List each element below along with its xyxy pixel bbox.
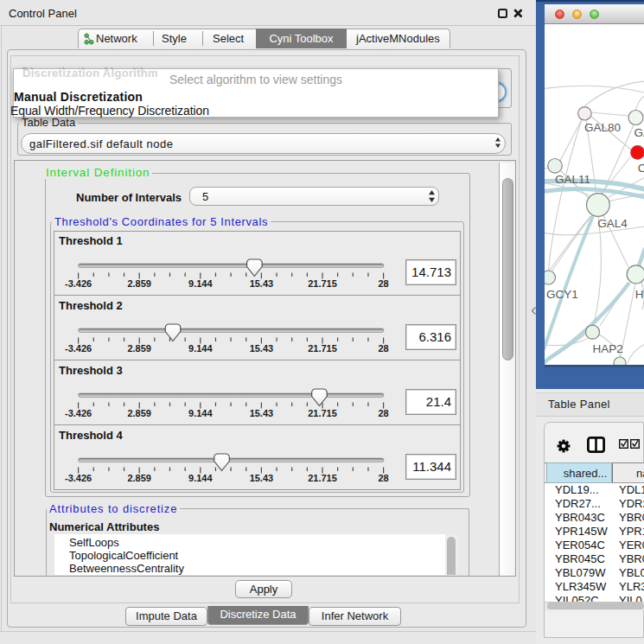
svg-text:-3.426: -3.426 (65, 343, 92, 354)
svg-text:HAP2: HAP2 (593, 342, 623, 355)
svg-text:15.43: 15.43 (250, 408, 274, 418)
svg-text:21.715: 21.715 (308, 343, 337, 354)
svg-text:28: 28 (378, 408, 388, 418)
svg-text:28: 28 (378, 278, 388, 289)
svg-text:15.43: 15.43 (250, 343, 274, 354)
svg-text:9.144: 9.144 (188, 343, 213, 354)
svg-text:GAL4: GAL4 (597, 217, 628, 230)
svg-text:-3.426: -3.426 (65, 473, 92, 483)
svg-text:C: C (638, 162, 644, 175)
svg-text:GA: GA (634, 126, 644, 139)
svg-text:2.859: 2.859 (127, 408, 151, 418)
svg-text:-3.426: -3.426 (65, 278, 92, 289)
svg-text:GAL80: GAL80 (584, 121, 621, 134)
svg-text:21.715: 21.715 (308, 408, 337, 418)
svg-text:21.715: 21.715 (308, 278, 337, 289)
svg-text:2.859: 2.859 (127, 473, 151, 483)
svg-text:2.859: 2.859 (127, 343, 151, 354)
svg-text:GCY1: GCY1 (546, 288, 578, 301)
svg-text:GAL11: GAL11 (555, 173, 590, 186)
svg-text:9.144: 9.144 (188, 408, 213, 418)
svg-text:-3.426: -3.426 (65, 408, 92, 418)
svg-text:9.144: 9.144 (188, 278, 213, 289)
svg-text:H: H (635, 288, 644, 301)
svg-text:15.43: 15.43 (250, 473, 274, 483)
svg-text:28: 28 (378, 343, 388, 354)
svg-text:9.144: 9.144 (188, 473, 213, 483)
svg-text:21.715: 21.715 (308, 473, 337, 483)
svg-text:2.859: 2.859 (127, 278, 151, 289)
svg-text:28: 28 (378, 473, 388, 483)
svg-text:15.43: 15.43 (250, 278, 274, 289)
